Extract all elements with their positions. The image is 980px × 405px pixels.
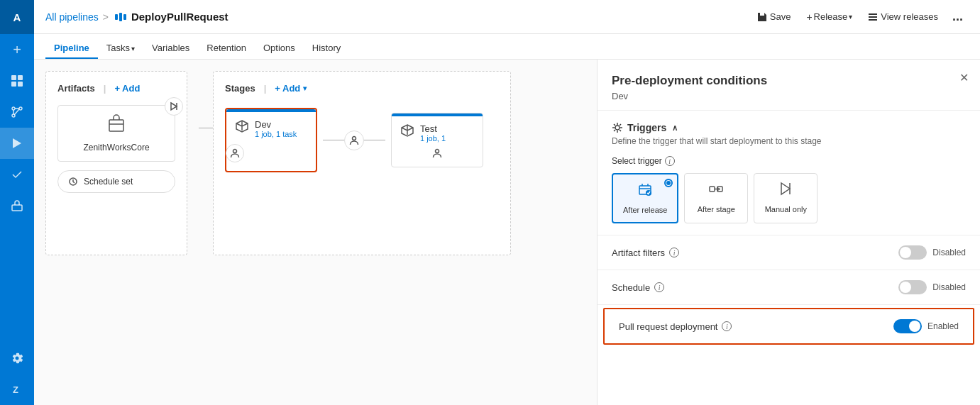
svg-rect-21 xyxy=(109,120,123,131)
trigger-after-release-icon xyxy=(637,182,653,201)
pull-request-info-icon[interactable]: i xyxy=(722,321,732,331)
trigger-after-stage-label: After stage xyxy=(698,204,735,214)
artifacts-header: Artifacts | + Add xyxy=(57,83,175,94)
artifact-badge[interactable] xyxy=(165,97,183,116)
save-button[interactable]: Save xyxy=(750,8,798,26)
pipeline-icon xyxy=(114,11,127,23)
schedule-toggle-wrap: Disabled xyxy=(898,280,966,294)
pull-request-toggle-label: Enabled xyxy=(927,321,959,331)
svg-rect-38 xyxy=(710,187,715,192)
artifact-filters-toggle-wrap: Disabled xyxy=(898,245,966,260)
svg-marker-41 xyxy=(717,188,720,191)
topbar: All pipelines > DeployPullRequest Save +… xyxy=(34,0,980,34)
svg-marker-19 xyxy=(171,103,177,110)
sidebar-icon-pipelines[interactable] xyxy=(0,128,34,159)
trigger-radio-dot xyxy=(664,179,673,187)
triggers-section: Triggers ∧ Define the trigger that will … xyxy=(598,111,980,235)
schedule-label: Schedule i xyxy=(612,282,664,293)
add-artifact-button[interactable]: + Add xyxy=(114,83,140,94)
stage-info: Dev 1 job, 1 task xyxy=(255,119,297,138)
content-area: Artifacts | + Add ZenithWorksCore xyxy=(34,60,980,405)
stage-connector-circle[interactable] xyxy=(344,131,364,150)
pull-request-toggle[interactable] xyxy=(893,319,922,333)
svg-rect-16 xyxy=(869,13,877,15)
sidebar-icon-boards[interactable] xyxy=(0,65,34,96)
tab-history[interactable]: History xyxy=(304,38,349,59)
svg-rect-1 xyxy=(18,75,23,80)
artifact-filters-row: Artifact filters i Disabled xyxy=(598,235,980,270)
schedule-toggle-label: Disabled xyxy=(932,282,966,292)
trigger-after-stage-icon xyxy=(708,181,724,200)
topbar-actions: Save + Release ▾ View releases ... xyxy=(750,6,969,28)
pull-request-label: Pull request deployment i xyxy=(619,321,732,332)
triggers-label: Triggers xyxy=(627,122,666,133)
schedule-card[interactable]: Schedule set xyxy=(57,170,175,193)
artifact-filters-toggle[interactable] xyxy=(898,245,927,260)
sidebar-icon-extensions[interactable]: Z xyxy=(0,374,34,405)
sidebar-icon-testplans[interactable] xyxy=(0,159,34,190)
svg-marker-42 xyxy=(781,183,790,194)
svg-point-5 xyxy=(19,107,22,110)
person-icon xyxy=(230,148,240,158)
triggers-chevron-icon[interactable]: ∧ xyxy=(672,123,678,133)
artifact-type-icon xyxy=(106,114,126,138)
schedule-info-icon[interactable]: i xyxy=(654,282,664,292)
schedule-toggle[interactable] xyxy=(898,280,927,294)
stage-deploy-icon xyxy=(235,119,249,137)
panel-header: Pre-deployment conditions Dev ✕ xyxy=(598,60,980,111)
panel-title: Pre-deployment conditions xyxy=(612,74,966,88)
sidebar-icon-repos[interactable] xyxy=(0,96,34,128)
trigger-after-release[interactable]: After release xyxy=(612,173,678,223)
stage-name-test: Test xyxy=(420,123,446,134)
release-button[interactable]: + Release ▾ xyxy=(799,8,859,26)
tab-pipeline[interactable]: Pipeline xyxy=(45,38,98,59)
stage-info-test: Test 1 job, 1 xyxy=(420,123,446,143)
connector-line xyxy=(199,128,213,128)
nav-tabs: Pipeline Tasks▾ Variables Retention Opti… xyxy=(34,34,980,60)
tab-retention[interactable]: Retention xyxy=(198,38,255,59)
trigger-after-release-label: After release xyxy=(623,205,667,215)
stage-connector-1 xyxy=(317,131,391,150)
stages-box: Stages | + Add ▾ xyxy=(213,71,511,255)
trigger-manual-only-icon xyxy=(778,181,793,200)
person-icon-3 xyxy=(432,148,442,158)
release-chevron-icon: ▾ xyxy=(849,13,852,21)
view-releases-button[interactable]: View releases xyxy=(861,8,945,26)
panel-close-button[interactable]: ✕ xyxy=(959,71,969,84)
stage-approver-btn-test[interactable] xyxy=(400,148,474,158)
connector-line xyxy=(323,140,344,140)
sidebar-add-btn[interactable]: + xyxy=(0,34,34,65)
pull-request-row: Pull request deployment i Enabled xyxy=(603,308,974,345)
svg-rect-18 xyxy=(869,19,877,21)
svg-text:Z: Z xyxy=(13,384,18,395)
schedule-label: Schedule set xyxy=(84,177,133,187)
more-options-button[interactable]: ... xyxy=(947,6,969,28)
svg-rect-0 xyxy=(11,75,16,80)
list-icon xyxy=(868,12,878,22)
trigger-after-stage[interactable]: After stage xyxy=(684,173,748,223)
schedule-row: Schedule i Disabled xyxy=(598,270,980,305)
user-avatar[interactable]: A xyxy=(0,0,34,34)
triggers-section-title: Triggers ∧ xyxy=(612,122,966,133)
tab-options[interactable]: Options xyxy=(255,38,304,59)
all-pipelines-link[interactable]: All pipelines xyxy=(45,11,99,23)
select-trigger-info-icon[interactable]: i xyxy=(665,156,675,166)
svg-line-32 xyxy=(614,124,615,126)
tab-variables[interactable]: Variables xyxy=(143,38,198,59)
tab-tasks[interactable]: Tasks▾ xyxy=(98,38,143,59)
stage-approver-btn[interactable] xyxy=(226,144,244,162)
artifact-card[interactable]: ZenithWorksCore xyxy=(57,105,175,162)
artifacts-stages-connector xyxy=(199,128,213,128)
artifact-filters-info-icon[interactable]: i xyxy=(669,248,679,257)
trigger-manual-only[interactable]: Manual only xyxy=(754,173,817,223)
add-stage-button[interactable]: + Add ▾ xyxy=(275,83,307,94)
stage-card-dev[interactable]: Dev 1 job, 1 task xyxy=(225,108,317,172)
sidebar-icon-artifacts[interactable] xyxy=(0,190,34,221)
save-icon xyxy=(757,12,767,22)
stage-progress-bar xyxy=(226,109,316,112)
trigger-icon xyxy=(169,101,179,111)
sidebar-icon-settings[interactable] xyxy=(0,343,34,374)
plus-icon: + xyxy=(806,11,812,23)
stage-deploy-icon-test xyxy=(400,123,414,141)
stage-card-test[interactable]: Test 1 job, 1 xyxy=(391,113,483,167)
